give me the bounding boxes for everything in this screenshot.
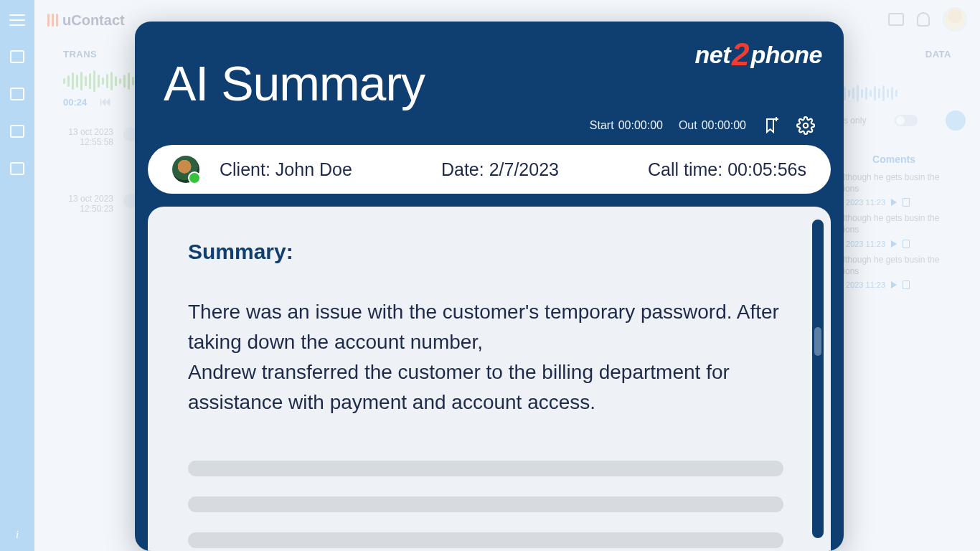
info-bar: Client: John Doe Date: 2/7/2023 Call tim… — [148, 145, 831, 194]
client-avatar — [172, 156, 199, 183]
bookmark-button[interactable] — [762, 116, 781, 135]
start-value: 00:00:00 — [618, 119, 663, 132]
bell-icon[interactable] — [917, 12, 930, 27]
entry-date: 13 oct 2023 — [63, 127, 113, 137]
brand-part3: phone — [751, 41, 822, 69]
skip-back-icon[interactable]: ⏮ — [100, 95, 111, 108]
date-value: 2/7/2023 — [489, 159, 559, 179]
user-avatar[interactable] — [943, 7, 967, 32]
summary-panel: Summary: There was an issue with the cus… — [148, 207, 831, 551]
info-icon[interactable]: i — [16, 529, 19, 541]
modal-meta-row: Start 00:00:00 Out 00:00:00 — [164, 116, 815, 135]
download-button[interactable] — [946, 110, 966, 131]
trash-icon[interactable] — [903, 198, 910, 207]
brand-part1: net — [695, 41, 731, 69]
menu-icon[interactable] — [9, 14, 25, 26]
comment-text: job, although he gets busin the question… — [822, 255, 966, 277]
agents-only-toggle[interactable] — [895, 115, 918, 126]
monitor-icon[interactable] — [10, 50, 24, 63]
app-logo: uContact — [47, 12, 125, 29]
brand-logo: net2phone — [695, 34, 822, 70]
left-rail: i — [0, 0, 34, 551]
elapsed-time: 00:24 — [63, 97, 87, 108]
entry-time: 12:55:58 — [63, 137, 113, 147]
app-name: uContact — [62, 12, 125, 29]
out-label: Out — [679, 119, 697, 132]
summary-heading: Summary: — [188, 240, 791, 264]
comment-text: job, although he gets busin the question… — [822, 172, 966, 194]
calltime-label: Call time: — [648, 159, 722, 179]
settings-button[interactable] — [796, 116, 815, 135]
scrollbar[interactable] — [812, 220, 824, 538]
placeholder-line — [188, 461, 783, 476]
ai-summary-modal: net2phone AI Summary Start 00:00:00 Out … — [135, 22, 844, 551]
trash-icon[interactable] — [903, 281, 910, 289]
right-column: agents only Coments job, although he get… — [822, 83, 966, 296]
window-icon[interactable] — [888, 13, 904, 26]
waveform-right — [822, 83, 966, 103]
profile-icon[interactable] — [10, 162, 24, 175]
entry-date: 13 oct 2023 — [63, 194, 113, 204]
start-label: Start — [590, 119, 614, 132]
trash-icon[interactable] — [903, 240, 910, 248]
brand-part2: 2 — [732, 37, 749, 72]
comment-item: job, although he gets busin the question… — [822, 172, 966, 207]
tab-transcript[interactable]: TRANS — [63, 49, 97, 60]
out-value: 00:00:00 — [702, 119, 746, 132]
inbox-icon[interactable] — [10, 88, 24, 100]
play-icon[interactable] — [891, 199, 897, 206]
summary-body: There was an issue with the customer's t… — [188, 297, 791, 418]
svg-point-2 — [804, 123, 809, 128]
comment-item: job, although he gets busin the question… — [822, 255, 966, 290]
play-icon[interactable] — [891, 240, 897, 248]
placeholder-line — [188, 532, 783, 548]
comment-item: job, although he gets busin the question… — [822, 213, 966, 248]
calltime-value: 00:05:56s — [727, 159, 806, 179]
placeholder-line — [188, 496, 783, 512]
placeholder-lines — [188, 461, 791, 548]
client-name: John Doe — [275, 159, 352, 179]
modal-header: net2phone AI Summary Start 00:00:00 Out … — [135, 22, 844, 145]
calendar-icon[interactable] — [10, 125, 24, 138]
date-label: Date: — [441, 159, 484, 179]
play-icon[interactable] — [891, 281, 897, 288]
entry-time: 12:50:23 — [63, 204, 113, 214]
tab-data[interactable]: DATA — [925, 49, 951, 60]
client-label: Client: — [220, 159, 270, 179]
comments-heading: Coments — [822, 154, 966, 165]
comment-text: job, although he gets busin the question… — [822, 213, 966, 235]
